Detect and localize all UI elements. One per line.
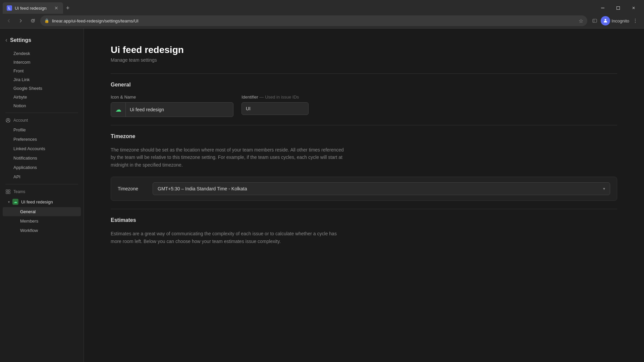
url-input[interactable] (52, 18, 576, 23)
forward-button[interactable] (16, 16, 25, 25)
new-tab-button[interactable]: + (63, 3, 72, 13)
estimates-description: Estimates are a great way of communicati… (111, 230, 345, 245)
sidebar-divider-2 (5, 184, 78, 184)
general-section-title: General (111, 82, 617, 88)
reload-button[interactable] (28, 16, 38, 25)
nav-bar: 🔒 ☆ Incognito (0, 13, 644, 28)
menu-button[interactable] (631, 16, 640, 25)
svg-rect-10 (6, 190, 8, 191)
team-icon-button[interactable]: ☁ (111, 103, 126, 117)
icon-name-label: Icon & Name (111, 95, 233, 100)
identifier-sublabel: — (260, 95, 265, 100)
identifier-sublabel-text: Used in issue IDs (265, 95, 299, 100)
icon-name-section: Icon & Name ☁ Identifier — Used in issue… (111, 95, 617, 117)
team-expand-icon: ▾ (8, 200, 10, 204)
timezone-value: GMT+5:30 – India Standard Time - Kolkata (158, 186, 247, 191)
svg-rect-1 (617, 7, 620, 10)
svg-point-5 (635, 19, 636, 19)
sidebar-item-googlesheets[interactable]: Google Sheets (3, 84, 81, 93)
incognito-profile-button[interactable] (601, 16, 610, 25)
sidebar-divider-1 (5, 113, 78, 113)
active-tab[interactable]: L Ui feed redesign ✕ (3, 2, 63, 14)
sidebar-item-intercom[interactable]: Intercom (3, 58, 81, 66)
svg-rect-13 (8, 192, 10, 194)
sidebar: ‹ Settings Zendesk Intercom Front Jira L… (0, 28, 84, 362)
timezone-label: Timezone (118, 186, 145, 191)
identifier-field-group: Identifier — Used in issue IDs (241, 95, 309, 115)
svg-rect-0 (601, 8, 604, 8)
sidebar-header: ‹ Settings (0, 34, 84, 49)
maximize-button[interactable] (610, 2, 626, 14)
team-name: Ui feed redesign (21, 199, 53, 204)
svg-rect-12 (6, 192, 8, 194)
account-section-header: Account (0, 116, 84, 125)
icon-name-field-group: Icon & Name ☁ (111, 95, 233, 117)
back-button[interactable] (4, 16, 13, 25)
account-section-icon (5, 118, 11, 123)
divider-timezone-estimates (111, 209, 617, 209)
page-subtitle: Manage team settings (111, 57, 617, 63)
sidebar-item-workflow[interactable]: Workflow (3, 226, 81, 235)
tab-close-button[interactable]: ✕ (54, 5, 59, 11)
team-ui-feed-redesign[interactable]: ▾ ☁ Ui feed redesign (3, 197, 81, 207)
sidebar-item-front[interactable]: Front (3, 67, 81, 75)
sidebar-back-button[interactable]: ‹ (5, 37, 7, 44)
bookmark-icon[interactable]: ☆ (579, 18, 583, 24)
teams-section-label: Teams (13, 189, 25, 194)
divider-after-header (111, 73, 617, 74)
estimates-section-title: Estimates (111, 217, 617, 223)
close-button[interactable]: ✕ (626, 2, 641, 14)
sidebar-item-notion[interactable]: Notion (3, 102, 81, 110)
main-content: Ui feed redesign Manage team settings Ge… (84, 28, 644, 362)
teams-section: Teams ▾ ☁ Ui feed redesign General Membe… (0, 187, 84, 235)
sidebar-item-general[interactable]: General (3, 207, 81, 216)
sidebar-toggle-button[interactable] (590, 16, 599, 25)
tab-favicon: L (7, 5, 12, 11)
sidebar-item-zendesk[interactable]: Zendesk (3, 49, 81, 58)
sidebar-item-notifications[interactable]: Notifications (3, 154, 81, 163)
lock-icon: 🔒 (44, 18, 49, 23)
sidebar-item-api[interactable]: API (3, 172, 81, 181)
svg-rect-11 (8, 190, 10, 191)
minimize-button[interactable] (595, 2, 610, 14)
svg-point-4 (605, 19, 606, 21)
sidebar-title: Settings (10, 37, 31, 43)
nav-actions: Incognito (590, 16, 640, 25)
timezone-row: Timezone GMT+5:30 – India Standard Time … (111, 177, 617, 201)
integrations-section: Zendesk Intercom Front Jira Link Google … (0, 49, 84, 110)
sidebar-item-profile[interactable]: Profile (3, 125, 81, 134)
sidebar-item-jiralink[interactable]: Jira Link (3, 75, 81, 84)
sidebar-item-applications[interactable]: Applications (3, 163, 81, 172)
tab-title: Ui feed redesign (15, 6, 47, 11)
address-bar[interactable]: 🔒 ☆ (40, 15, 587, 26)
divider-general-timezone (111, 125, 617, 125)
teams-section-icon (5, 189, 11, 194)
incognito-label: Incognito (611, 18, 629, 23)
sidebar-item-preferences[interactable]: Preferences (3, 135, 81, 144)
identifier-label: Identifier — Used in issue IDs (241, 95, 309, 100)
svg-rect-2 (593, 19, 597, 22)
page-title: Ui feed redesign (111, 45, 617, 55)
timezone-chevron-icon: ▾ (603, 186, 605, 191)
svg-point-7 (635, 22, 636, 23)
sidebar-item-linked-accounts[interactable]: Linked Accounts (3, 144, 81, 153)
identifier-input[interactable] (241, 102, 309, 115)
app-layout: ‹ Settings Zendesk Intercom Front Jira L… (0, 28, 644, 362)
browser-chrome: L Ui feed redesign ✕ + ✕ 🔒 ☆ (0, 0, 644, 28)
icon-name-input-container: ☁ (111, 102, 233, 117)
timezone-description: The timezone should be set as the locati… (111, 146, 345, 169)
timezone-select[interactable]: GMT+5:30 – India Standard Time - Kolkata… (153, 182, 610, 195)
sidebar-item-members[interactable]: Members (3, 217, 81, 226)
svg-point-6 (635, 20, 636, 21)
teams-section-header: Teams (0, 187, 84, 196)
account-section-label: Account (13, 118, 28, 123)
sidebar-item-airbyte[interactable]: Airbyte (3, 93, 81, 101)
team-icon: ☁ (12, 199, 18, 205)
account-section: Account Profile Preferences Linked Accou… (0, 116, 84, 181)
timezone-section-title: Timezone (111, 133, 617, 139)
team-name-input[interactable] (126, 104, 233, 116)
svg-point-9 (7, 119, 9, 120)
